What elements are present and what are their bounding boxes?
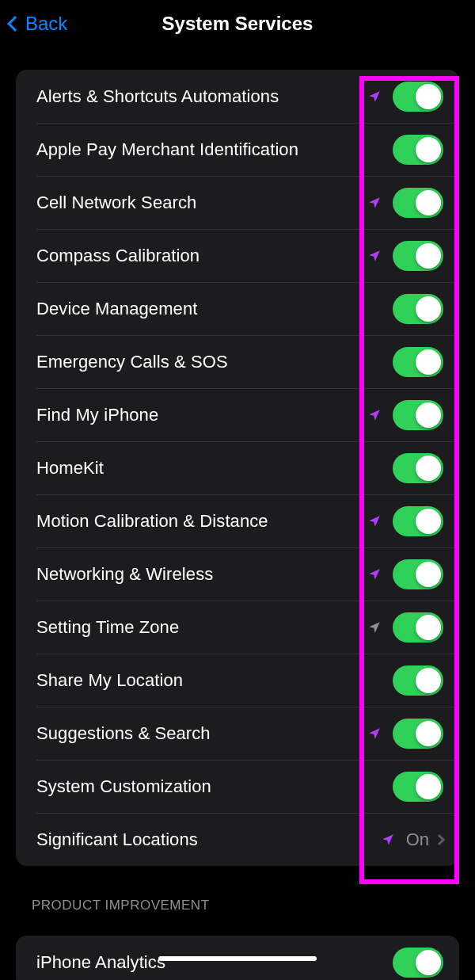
setting-row: HomeKit [16,441,459,494]
setting-label: iPhone Analytics [36,952,393,973]
setting-label: Setting Time Zone [36,617,367,638]
toggle-knob [416,296,441,322]
toggle-switch[interactable] [393,948,443,978]
setting-label: Apple Pay Merchant Identification [36,139,393,160]
toggle-knob [416,509,441,534]
toggle-switch[interactable] [393,506,443,536]
setting-label: Emergency Calls & SOS [36,352,393,372]
toggle-switch[interactable] [393,665,443,696]
location-arrow-icon [367,726,382,741]
setting-label: Significant Locations [36,829,381,850]
location-arrow-icon [367,196,382,210]
toggle-knob [416,615,441,640]
toggle-knob [416,349,441,375]
toggle-switch[interactable] [393,559,443,589]
toggle-knob [416,950,441,975]
toggle-switch[interactable] [393,772,443,802]
toggle-knob [416,721,441,746]
setting-row: Cell Network Search [16,176,459,229]
setting-row[interactable]: Significant LocationsOn [16,813,459,866]
home-indicator[interactable] [158,956,317,961]
location-arrow-icon [367,620,382,635]
toggle-switch[interactable] [393,241,443,271]
toggle-switch[interactable] [393,347,443,377]
setting-row: Motion Calibration & Distance [16,494,459,547]
setting-label: Find My iPhone [36,405,367,425]
settings-list: Alerts & Shortcuts AutomationsApple Pay … [16,70,459,866]
toggle-switch[interactable] [393,612,443,643]
setting-row: Find My iPhone [16,388,459,441]
setting-row: Compass Calibration [16,229,459,282]
back-button[interactable]: Back [10,13,67,35]
toggle-switch[interactable] [393,188,443,218]
location-arrow-icon [367,249,382,263]
toggle-knob [416,402,441,428]
setting-row: System Customization [16,760,459,813]
setting-label: Compass Calibration [36,246,367,266]
toggle-switch[interactable] [393,719,443,749]
toggle-switch[interactable] [393,453,443,483]
toggle-knob [416,562,441,587]
setting-row: Suggestions & Search [16,707,459,760]
chevron-left-icon [7,16,23,32]
toggle-knob [416,774,441,799]
nav-bar: Back System Services [0,0,475,48]
section-header: PRODUCT IMPROVEMENT [32,898,459,913]
setting-label: HomeKit [36,458,393,479]
back-label: Back [25,13,67,35]
setting-label: Cell Network Search [36,193,367,213]
toggle-knob [416,84,441,109]
setting-label: System Customization [36,776,393,797]
location-arrow-icon [367,408,382,422]
toggle-switch[interactable] [393,400,443,430]
setting-row: Device Management [16,282,459,335]
toggle-knob [416,137,441,162]
toggle-knob [416,190,441,215]
setting-label: Alerts & Shortcuts Automations [36,86,367,107]
location-arrow-icon [367,567,382,582]
setting-label: Motion Calibration & Distance [36,511,367,532]
toggle-knob [416,243,441,269]
toggle-switch[interactable] [393,82,443,112]
page-title: System Services [0,13,475,35]
toggle-switch[interactable] [393,135,443,165]
setting-label: Suggestions & Search [36,723,367,744]
location-arrow-icon [381,833,395,847]
toggle-knob [416,456,441,481]
setting-row: Alerts & Shortcuts Automations [16,70,459,123]
setting-row: Apple Pay Merchant Identification [16,123,459,176]
setting-label: Share My Location [36,670,393,691]
setting-row: Share My Location [16,654,459,707]
setting-row: Networking & Wireless [16,547,459,601]
setting-label: Networking & Wireless [36,564,367,585]
chevron-right-icon [434,833,445,845]
location-arrow-icon [367,514,382,528]
setting-row: Setting Time Zone [16,601,459,654]
setting-label: Device Management [36,299,393,319]
toggle-switch[interactable] [393,294,443,324]
setting-row: Emergency Calls & SOS [16,335,459,388]
toggle-knob [416,668,441,693]
detail-value: On [406,829,429,850]
location-arrow-icon [367,90,382,104]
